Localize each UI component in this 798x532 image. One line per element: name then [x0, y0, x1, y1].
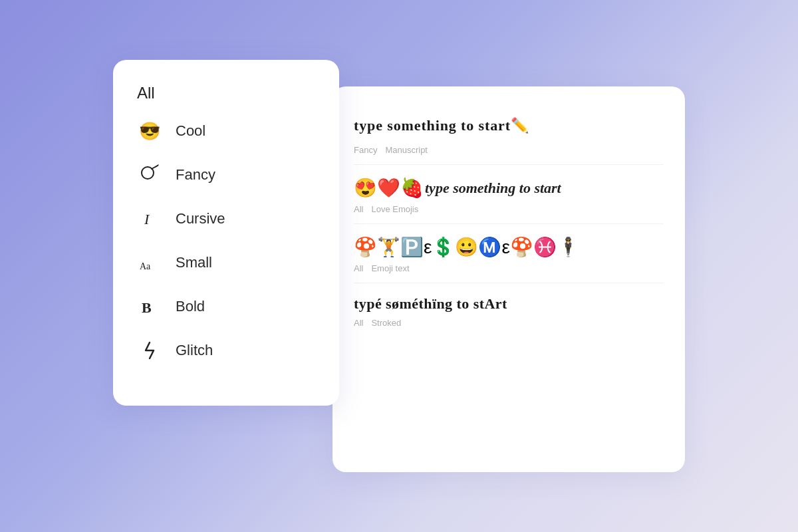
category-fancy[interactable]: Fancy	[137, 153, 315, 197]
svg-text:Aa: Aa	[140, 261, 151, 271]
tag-stroked: Stroked	[371, 318, 401, 328]
tag-all-emoji: All	[354, 263, 363, 273]
category-glitch[interactable]: Glitch	[137, 329, 315, 372]
small-icon: Aa	[137, 250, 162, 275]
category-glitch-label: Glitch	[176, 342, 213, 359]
tag-manuscript: Manuscript	[385, 145, 428, 155]
result-emoji-text-row: 🍄🏋️🅿️ε💲😀Ⓜ️ε🍄♓🕴️	[354, 236, 664, 258]
category-bold[interactable]: B Bold	[137, 285, 315, 329]
main-container: All 😎 Cool Fancy I C	[113, 60, 685, 472]
category-bold-label: Bold	[176, 298, 205, 315]
right-panel: type something to start✏️ Fancy Manuscri…	[332, 86, 685, 472]
tag-fancy: Fancy	[354, 145, 377, 155]
fancy-icon	[137, 162, 162, 188]
svg-text:I: I	[144, 211, 150, 227]
result-emoji-text[interactable]: 🍄🏋️🅿️ε💲😀Ⓜ️ε🍄♓🕴️ All Emoji text	[354, 224, 664, 283]
love-emojis-icons: 😍❤️🍓	[354, 177, 424, 199]
cool-icon: 😎	[137, 118, 162, 144]
result-manuscript-text: type something to start✏️	[354, 117, 529, 134]
tag-emoji-text: Emoji text	[371, 263, 409, 273]
result-manuscript-header: type something to start✏️	[354, 117, 664, 140]
result-love-emojis-tags: All Love Emojis	[354, 204, 664, 214]
result-stroked[interactable]: typé søméthïng to stArt All Stroked	[354, 283, 664, 337]
result-emoji-text-tags: All Emoji text	[354, 263, 664, 273]
tag-all-stroked: All	[354, 318, 363, 328]
result-love-emojis[interactable]: 😍❤️🍓 type something to start All Love Em…	[354, 165, 664, 224]
category-small-label: Small	[176, 254, 212, 271]
tag-all-love: All	[354, 204, 363, 214]
result-manuscript-tags: Fancy Manuscript	[354, 145, 664, 155]
bold-icon: B	[137, 294, 162, 319]
result-stroked-tags: All Stroked	[354, 318, 664, 328]
result-love-emojis-text: type something to start	[425, 180, 561, 197]
result-manuscript[interactable]: type something to start✏️ Fancy Manuscri…	[354, 105, 664, 165]
category-cool-label: Cool	[176, 122, 205, 140]
result-stroked-header: typé søméthïng to stArt	[354, 295, 664, 313]
result-love-emojis-row: 😍❤️🍓 type something to start	[354, 177, 664, 199]
result-stroked-text: typé søméthïng to stArt	[354, 295, 507, 313]
emoji-text-icons: 🍄🏋️🅿️ε💲😀Ⓜ️ε🍄♓🕴️	[354, 236, 580, 258]
left-panel: All 😎 Cool Fancy I C	[113, 60, 339, 406]
category-cursive[interactable]: I Cursive	[137, 197, 315, 241]
cursive-icon: I	[137, 206, 162, 231]
glitch-icon	[137, 338, 162, 363]
category-fancy-label: Fancy	[176, 166, 215, 184]
category-small[interactable]: Aa Small	[137, 241, 315, 285]
tag-love-emojis: Love Emojis	[371, 204, 418, 214]
svg-text:B: B	[142, 299, 152, 316]
category-cool[interactable]: 😎 Cool	[137, 109, 315, 153]
category-cursive-label: Cursive	[176, 210, 225, 227]
category-all[interactable]: All	[137, 81, 315, 109]
category-all-label: All	[137, 84, 155, 102]
